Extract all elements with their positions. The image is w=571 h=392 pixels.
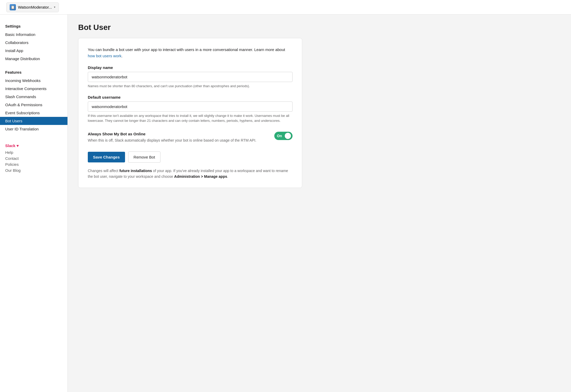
toggle-knob bbox=[285, 133, 291, 139]
default-username-label: Default username bbox=[88, 95, 293, 99]
settings-section-title: Settings bbox=[0, 21, 67, 30]
sidebar-footer: Slack ♥ Help Contact Policies Our Blog bbox=[0, 133, 67, 173]
footer-link-blog[interactable]: Our Blog bbox=[5, 167, 62, 173]
default-username-hint: If this username isn't available on any … bbox=[88, 113, 293, 123]
card-intro-text: You can bundle a bot user with your app … bbox=[88, 47, 293, 59]
footer-link-contact[interactable]: Contact bbox=[5, 155, 62, 161]
sidebar-item-collaborators[interactable]: Collaborators bbox=[0, 39, 67, 47]
app-icon: 📋 bbox=[10, 4, 16, 10]
display-name-input[interactable] bbox=[88, 72, 293, 82]
footer-prefix: Changes will affect bbox=[88, 169, 119, 173]
default-username-input[interactable] bbox=[88, 102, 293, 112]
sidebar-item-install-app[interactable]: Install App bbox=[0, 47, 67, 55]
intro-prefix: You can bundle a bot user with your app … bbox=[88, 47, 285, 52]
sidebar-divider bbox=[0, 63, 67, 67]
footer-suffix: . bbox=[227, 174, 228, 179]
app-selector-button[interactable]: 📋 WatsonModerator... ▾ bbox=[6, 2, 59, 12]
intro-suffix: . bbox=[121, 54, 122, 58]
always-online-row: Always Show My Bot as Online When this i… bbox=[88, 131, 293, 143]
save-changes-button[interactable]: Save Changes bbox=[88, 152, 125, 162]
display-name-label: Display name bbox=[88, 65, 293, 70]
main-layout: Settings Basic Information Collaborators… bbox=[0, 15, 571, 392]
online-toggle[interactable]: On bbox=[274, 132, 293, 140]
sidebar-item-slash-commands[interactable]: Slash Commands bbox=[0, 93, 67, 101]
footer-bold2: Administration > Manage apps bbox=[174, 174, 227, 179]
app-name-label: WatsonModerator... bbox=[18, 5, 52, 9]
bot-user-card: You can bundle a bot user with your app … bbox=[78, 38, 302, 188]
footer-bold1: future installations bbox=[119, 169, 152, 173]
main-content: Bot User You can bundle a bot user with … bbox=[68, 15, 571, 392]
toggle-state-label: On bbox=[277, 134, 282, 138]
sidebar-item-oauth-permissions[interactable]: OAuth & Permissions bbox=[0, 101, 67, 109]
app-header: 📋 WatsonModerator... ▾ bbox=[0, 0, 571, 15]
intro-link[interactable]: how bot users work bbox=[88, 54, 121, 58]
footer-link-help[interactable]: Help bbox=[5, 149, 62, 155]
sidebar-item-incoming-webhooks[interactable]: Incoming Webhooks bbox=[0, 77, 67, 85]
display-name-group: Display name Names must be shorter than … bbox=[88, 65, 293, 89]
slack-label: Slack bbox=[5, 143, 15, 148]
sidebar-item-event-subscriptions[interactable]: Event Subscriptions bbox=[0, 109, 67, 117]
toggle-info: Always Show My Bot as Online When this i… bbox=[88, 132, 274, 143]
toggle-desc: When this is off, Slack automatically di… bbox=[88, 138, 268, 143]
action-buttons: Save Changes Remove Bot bbox=[88, 151, 293, 163]
sidebar-item-basic-information[interactable]: Basic Information bbox=[0, 30, 67, 39]
display-name-hint: Names must be shorter than 80 characters… bbox=[88, 84, 293, 89]
toggle-title: Always Show My Bot as Online bbox=[88, 132, 268, 136]
remove-bot-button[interactable]: Remove Bot bbox=[128, 151, 161, 163]
page-title: Bot User bbox=[78, 23, 561, 32]
heart-icon: ♥ bbox=[16, 143, 19, 148]
card-footer-note: Changes will affect future installations… bbox=[88, 168, 293, 180]
sidebar-item-manage-distribution[interactable]: Manage Distribution bbox=[0, 55, 67, 63]
sidebar-item-user-id-translation[interactable]: User ID Translation bbox=[0, 125, 67, 133]
sidebar-item-bot-users[interactable]: Bot Users bbox=[0, 117, 67, 125]
slack-branding: Slack ♥ bbox=[5, 143, 62, 148]
chevron-down-icon: ▾ bbox=[54, 5, 55, 9]
default-username-group: Default username If this username isn't … bbox=[88, 95, 293, 123]
footer-link-policies[interactable]: Policies bbox=[5, 161, 62, 167]
sidebar: Settings Basic Information Collaborators… bbox=[0, 15, 68, 392]
features-section-title: Features bbox=[0, 67, 67, 77]
sidebar-item-interactive-components[interactable]: Interactive Components bbox=[0, 85, 67, 93]
